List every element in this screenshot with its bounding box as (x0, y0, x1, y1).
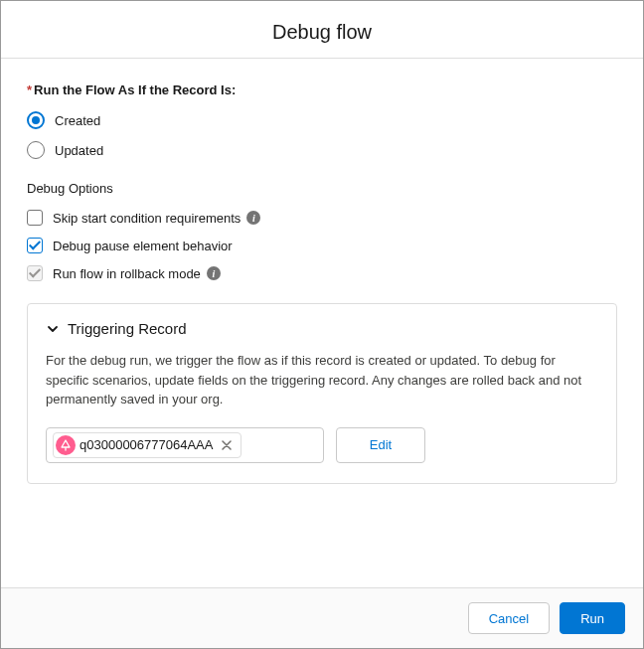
radio-created[interactable] (27, 111, 45, 129)
radio-option-updated[interactable]: Updated (27, 141, 617, 159)
debug-flow-modal: Debug flow *Run the Flow As If the Recor… (0, 0, 644, 649)
option-rollback: Run flow in rollback mode i (27, 265, 617, 281)
panel-title: Triggering Record (68, 320, 187, 337)
record-type-icon (56, 435, 76, 455)
run-button[interactable]: Run (560, 602, 625, 634)
debug-options-group: Skip start condition requirements i Debu… (27, 210, 617, 281)
radio-created-label: Created (55, 113, 100, 128)
radio-updated-label: Updated (55, 143, 103, 158)
info-icon[interactable]: i (246, 211, 260, 225)
debug-options-title: Debug Options (27, 181, 617, 196)
chevron-down-icon (46, 322, 60, 336)
record-lookup-input[interactable]: q03000006777064AAA (46, 427, 324, 463)
option-skip-start[interactable]: Skip start condition requirements i (27, 210, 617, 226)
panel-description: For the debug run, we trigger the flow a… (46, 351, 598, 409)
radio-option-created[interactable]: Created (27, 111, 617, 129)
modal-title: Debug flow (1, 21, 643, 44)
record-id-text: q03000006777064AAA (80, 437, 213, 452)
remove-record-button[interactable] (219, 437, 235, 453)
modal-header: Debug flow (1, 1, 643, 58)
panel-controls: q03000006777064AAA Edit (46, 427, 598, 463)
required-asterisk: * (27, 82, 32, 97)
option-pause-behavior[interactable]: Debug pause element behavior (27, 238, 617, 253)
radio-updated[interactable] (27, 141, 45, 159)
checkbox-pause-behavior[interactable] (27, 238, 43, 253)
cancel-button[interactable]: Cancel (468, 602, 550, 634)
record-pill: q03000006777064AAA (53, 432, 242, 458)
label-rollback: Run flow in rollback mode (53, 266, 201, 281)
label-pause-behavior: Debug pause element behavior (53, 239, 233, 253)
close-icon (222, 440, 232, 450)
checkbox-skip-start[interactable] (27, 210, 43, 226)
modal-footer: Cancel Run (1, 587, 643, 648)
modal-content: *Run the Flow As If the Record Is: Creat… (1, 59, 643, 587)
checkbox-rollback (27, 265, 43, 281)
label-skip-start: Skip start condition requirements (53, 211, 241, 226)
run-as-radio-group: Created Updated (27, 111, 617, 159)
panel-toggle[interactable]: Triggering Record (46, 320, 598, 337)
info-icon[interactable]: i (207, 266, 221, 280)
edit-button[interactable]: Edit (336, 427, 425, 463)
triggering-record-panel: Triggering Record For the debug run, we … (27, 303, 617, 484)
run-as-label: *Run the Flow As If the Record Is: (27, 82, 617, 97)
